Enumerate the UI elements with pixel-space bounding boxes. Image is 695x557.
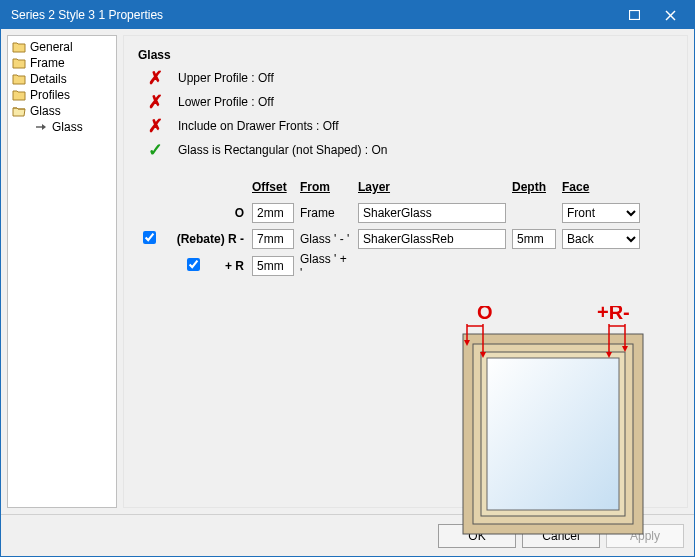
- offset-grid: Offset From Layer Depth Face O Frame Fro…: [138, 174, 673, 280]
- nav-label: Glass: [30, 104, 61, 118]
- from-cell: Frame: [300, 206, 352, 220]
- diagram-label-o: O: [477, 306, 493, 323]
- close-button[interactable]: [652, 4, 688, 26]
- client-area: General Frame Details Profiles Glass Gla…: [1, 29, 694, 514]
- diagram-label-r: +R-: [597, 306, 630, 323]
- prop-rectangular[interactable]: ✓ Glass is Rectangular (not Shaped) : On: [138, 140, 673, 160]
- prop-label: Include on Drawer Fronts : Off: [178, 119, 339, 133]
- x-icon: ✗: [142, 93, 168, 111]
- nav-tree: General Frame Details Profiles Glass Gla…: [7, 35, 117, 508]
- nav-item-details[interactable]: Details: [10, 71, 114, 87]
- titlebar: Series 2 Style 3 1 Properties: [1, 1, 694, 29]
- hdr-depth: Depth: [512, 180, 556, 194]
- folder-icon: [12, 40, 26, 54]
- content-panel: Glass ✗ Upper Profile : Off ✗ Lower Prof…: [123, 35, 688, 508]
- grid-row-rebate: (Rebate) R - Glass ' - ' Back: [138, 226, 673, 252]
- grid-header: Offset From Layer Depth Face: [138, 174, 673, 200]
- plusr-checkbox[interactable]: [187, 258, 200, 271]
- row-label: + R: [210, 259, 246, 273]
- prop-upper-profile[interactable]: ✗ Upper Profile : Off: [138, 68, 673, 88]
- nav-label: General: [30, 40, 73, 54]
- svg-marker-4: [42, 124, 46, 130]
- depth-input-rebate[interactable]: [512, 229, 556, 249]
- prop-label: Upper Profile : Off: [178, 71, 274, 85]
- svg-rect-8: [487, 358, 619, 510]
- x-icon: ✗: [142, 117, 168, 135]
- nav-item-general[interactable]: General: [10, 39, 114, 55]
- grid-row-o: O Frame Front: [138, 200, 673, 226]
- prop-lower-profile[interactable]: ✗ Lower Profile : Off: [138, 92, 673, 112]
- section-title: Glass: [138, 48, 673, 62]
- close-icon: [665, 10, 676, 21]
- nav-item-frame[interactable]: Frame: [10, 55, 114, 71]
- offset-input-plusr[interactable]: [252, 256, 294, 276]
- maximize-icon: [629, 10, 640, 20]
- prop-label: Lower Profile : Off: [178, 95, 274, 109]
- prop-drawer-fronts[interactable]: ✗ Include on Drawer Fronts : Off: [138, 116, 673, 136]
- arrow-right-icon: [34, 120, 48, 134]
- x-icon: ✗: [142, 69, 168, 87]
- grid-row-plusr: + R Glass ' + ': [138, 252, 673, 280]
- maximize-button[interactable]: [616, 4, 652, 26]
- prop-label: Glass is Rectangular (not Shaped) : On: [178, 143, 387, 157]
- nav-item-profiles[interactable]: Profiles: [10, 87, 114, 103]
- offset-input-rebate[interactable]: [252, 229, 294, 249]
- folder-icon: [12, 88, 26, 102]
- nav-label: Details: [30, 72, 67, 86]
- nav-label: Profiles: [30, 88, 70, 102]
- layer-input-o[interactable]: [358, 203, 506, 223]
- glass-diagram: O +R-: [449, 306, 659, 542]
- check-icon: ✓: [142, 141, 168, 159]
- from-cell: Glass ' - ': [300, 232, 352, 246]
- hdr-from: From: [300, 180, 352, 194]
- svg-rect-0: [629, 11, 639, 20]
- window-title: Series 2 Style 3 1 Properties: [7, 8, 616, 22]
- layer-input-rebate[interactable]: [358, 229, 506, 249]
- dialog-window: Series 2 Style 3 1 Properties General Fr…: [0, 0, 695, 557]
- folder-icon: [12, 72, 26, 86]
- hdr-offset: Offset: [252, 180, 294, 194]
- folder-icon: [12, 56, 26, 70]
- nav-subitem-glass[interactable]: Glass: [10, 119, 114, 135]
- hdr-layer: Layer: [358, 180, 506, 194]
- rebate-checkbox[interactable]: [143, 231, 156, 244]
- face-select-o[interactable]: Front: [562, 203, 640, 223]
- row-label: O: [166, 206, 246, 220]
- row-label: (Rebate) R -: [166, 232, 246, 246]
- face-select-rebate[interactable]: Back: [562, 229, 640, 249]
- nav-label: Glass: [52, 120, 83, 134]
- nav-item-glass[interactable]: Glass: [10, 103, 114, 119]
- nav-label: Frame: [30, 56, 65, 70]
- folder-open-icon: [12, 104, 26, 118]
- offset-input-o[interactable]: [252, 203, 294, 223]
- from-cell: Glass ' + ': [300, 252, 352, 280]
- hdr-face: Face: [562, 180, 640, 194]
